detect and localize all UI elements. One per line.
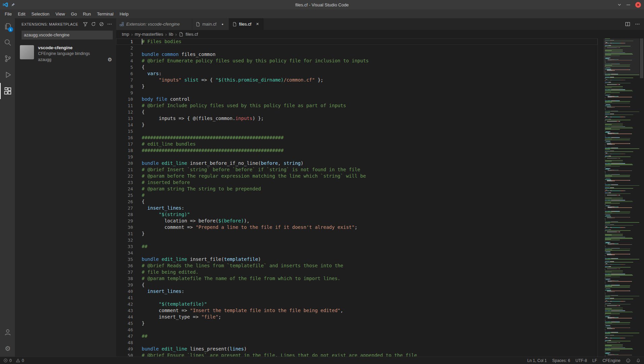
- code-line-37[interactable]: 37# file being edited.: [116, 269, 598, 275]
- code-line-26[interactable]: 26{: [116, 199, 598, 205]
- code-line-4[interactable]: 4# @brief Enumerate policy files used by…: [116, 58, 598, 64]
- code-line-6[interactable]: 6 vars:: [116, 70, 598, 77]
- code-line-31[interactable]: 31}: [116, 231, 598, 237]
- code-line-16[interactable]: 16######################################…: [116, 134, 598, 141]
- code-line-50[interactable]: 50# @brief Ensure `lines` are present in…: [116, 352, 598, 357]
- code-line-47[interactable]: 47##: [116, 333, 598, 339]
- menu-terminal[interactable]: Terminal: [94, 9, 116, 18]
- scrollbar-thumb[interactable]: [640, 38, 643, 78]
- close-tab-icon[interactable]: ✕: [255, 22, 260, 26]
- clear-search-icon[interactable]: [99, 22, 104, 27]
- code-line-34[interactable]: 34: [116, 250, 598, 256]
- code-line-21[interactable]: 21# @brief Insert `string` before `befor…: [116, 166, 598, 173]
- code-line-32[interactable]: 32: [116, 237, 598, 243]
- more-actions-icon[interactable]: [635, 22, 640, 27]
- code-line-28[interactable]: 28 "$(string)": [116, 211, 598, 218]
- notifications-bell-icon[interactable]: [636, 358, 641, 363]
- status-encoding[interactable]: UTF-8: [576, 358, 587, 363]
- file-icon: [179, 32, 183, 37]
- status-eol[interactable]: LF: [592, 358, 597, 363]
- code-line-19[interactable]: 19: [116, 154, 598, 160]
- code-line-42[interactable]: 42 "$(templatefile)": [116, 301, 598, 307]
- filter-icon[interactable]: [83, 22, 88, 27]
- breadcrumb-item-my-masterfiles[interactable]: my-masterfiles: [135, 32, 163, 37]
- code-line-1[interactable]: 1# Files bodies: [116, 38, 598, 45]
- close-button[interactable]: ✕: [635, 2, 641, 8]
- tab-extension-vscode-cfengine[interactable]: Extension: vscode-cfengine: [116, 18, 192, 30]
- activity-account[interactable]: [0, 324, 15, 340]
- manage-gear-icon[interactable]: ⚙: [108, 57, 112, 62]
- code-line-3[interactable]: 3bundle common files_common: [116, 51, 598, 58]
- activity-settings[interactable]: ⚙: [0, 340, 15, 357]
- menu-file[interactable]: File: [2, 9, 15, 18]
- code-line-23[interactable]: 23# inserted before: [116, 179, 598, 186]
- code-line-14[interactable]: 14}: [116, 122, 598, 128]
- extensions-search-input[interactable]: [24, 33, 110, 37]
- code-line-29[interactable]: 29 location => before($(before)),: [116, 218, 598, 224]
- code-line-22[interactable]: 22# @param before The regular expression…: [116, 173, 598, 179]
- code-line-15[interactable]: 15: [116, 128, 598, 134]
- feedback-smiley-icon[interactable]: [626, 358, 631, 363]
- refresh-icon[interactable]: [91, 22, 96, 27]
- menu-view[interactable]: View: [53, 9, 68, 18]
- extension-list-item[interactable]: vscode-cfengine CFEngine language bindin…: [15, 42, 116, 65]
- breadcrumb-item-files-cf[interactable]: files.cf: [185, 32, 198, 37]
- code-line-10[interactable]: 10body file control: [116, 96, 598, 102]
- minimap-slider[interactable]: [604, 38, 639, 75]
- code-line-17[interactable]: 17# edit_line bundles: [116, 141, 598, 147]
- code-line-35[interactable]: 35bundle edit_line insert_file(templatef…: [116, 256, 598, 263]
- code-line-25[interactable]: 25#: [116, 192, 598, 199]
- menu-go[interactable]: Go: [68, 9, 80, 18]
- code-line-12[interactable]: 12{: [116, 109, 598, 115]
- code-line-43[interactable]: 43 comment => "Insert the template file …: [116, 307, 598, 314]
- code-line-13[interactable]: 13 inputs => { @(files_common.inputs) };: [116, 115, 598, 122]
- code-line-48[interactable]: 48: [116, 339, 598, 346]
- activity-run-debug[interactable]: [0, 67, 15, 83]
- code-line-49[interactable]: 49bundle edit_line lines_present(lines): [116, 346, 598, 352]
- code-line-27[interactable]: 27 insert_lines:: [116, 205, 598, 211]
- code-line-11[interactable]: 11# @brief Include policy files used by …: [116, 102, 598, 109]
- menu-edit[interactable]: Edit: [15, 9, 28, 18]
- code-line-24[interactable]: 24# @param string The string to be prepe…: [116, 186, 598, 192]
- tab-files-cf[interactable]: files.cf✕: [229, 18, 264, 30]
- line-content: # @brief Reads the lines from `templatef…: [133, 263, 598, 269]
- code-line-40[interactable]: 40 insert_lines:: [116, 288, 598, 295]
- breadcrumb-item-lib[interactable]: lib: [169, 32, 173, 37]
- code-line-38[interactable]: 38# @param templatefile The name of the …: [116, 275, 598, 282]
- menu-selection[interactable]: Selection: [28, 9, 52, 18]
- code-line-18[interactable]: 18######################################…: [116, 147, 598, 154]
- code-line-36[interactable]: 36# @brief Reads the lines from `templat…: [116, 263, 598, 269]
- code-line-44[interactable]: 44 insert_type => "file";: [116, 314, 598, 320]
- activity-extensions[interactable]: [0, 83, 15, 99]
- activity-explorer[interactable]: 1: [0, 18, 15, 34]
- code-line-7[interactable]: 7 "inputs" slist => { "$(this.promise_di…: [116, 77, 598, 83]
- activity-search[interactable]: [0, 34, 15, 51]
- tab-main-cf[interactable]: main.cf●: [192, 18, 229, 30]
- activity-source-control[interactable]: [0, 51, 15, 67]
- menu-help[interactable]: Help: [116, 9, 132, 18]
- status-cursor-position[interactable]: Ln 1, Col 1: [527, 358, 547, 363]
- code-line-39[interactable]: 39{: [116, 282, 598, 288]
- code-line-5[interactable]: 5{: [116, 64, 598, 70]
- code-line-2[interactable]: 2: [116, 45, 598, 51]
- line-number: 40: [116, 288, 133, 295]
- code-line-46[interactable]: 46: [116, 327, 598, 333]
- status-indentation[interactable]: Spaces: 6: [552, 358, 570, 363]
- code-line-30[interactable]: 30 comment => "Prepend a line to the fil…: [116, 224, 598, 231]
- code-line-20[interactable]: 20bundle edit_line insert_before_if_no_l…: [116, 160, 598, 166]
- code-line-41[interactable]: 41: [116, 295, 598, 301]
- chevron-down-icon[interactable]: [617, 3, 621, 7]
- breadcrumb-item-tmp[interactable]: tmp: [122, 32, 129, 37]
- split-editor-icon[interactable]: [625, 22, 630, 27]
- code-line-45[interactable]: 45}: [116, 320, 598, 327]
- code-line-33[interactable]: 33##: [116, 243, 598, 250]
- menu-run[interactable]: Run: [80, 9, 94, 18]
- status-language-mode[interactable]: CFEngine: [603, 358, 620, 363]
- minimap[interactable]: [604, 38, 639, 357]
- code-line-9[interactable]: 9: [116, 90, 598, 96]
- minimize-button[interactable]: [626, 5, 630, 5]
- activity-bar-spacer: [0, 99, 15, 324]
- code-line-8[interactable]: 8}: [116, 83, 598, 90]
- problems-status[interactable]: 0 0: [3, 358, 26, 363]
- more-actions-icon[interactable]: [107, 22, 112, 27]
